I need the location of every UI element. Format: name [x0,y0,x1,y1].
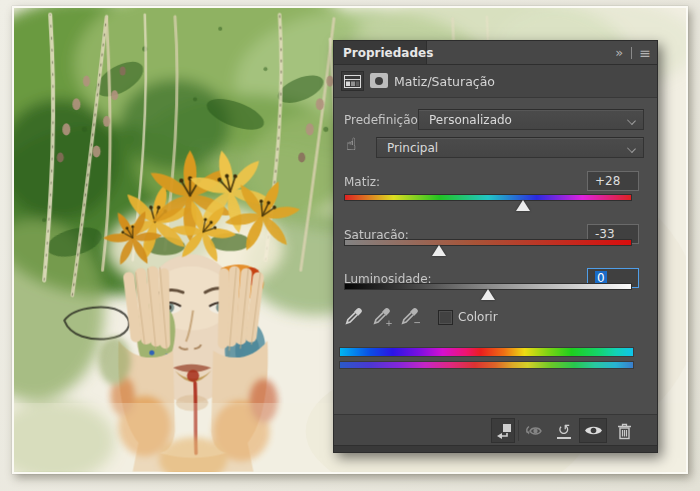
eyedropper-minus-icon[interactable]: − [400,307,422,327]
adjustment-badge-icon [341,71,364,91]
view-previous-state-button[interactable] [522,418,546,443]
saturation-slider-track[interactable] [344,239,632,246]
saturation-slider[interactable] [344,239,632,259]
trash-icon [616,422,633,440]
application-window: Propriedades » ≡ Matiz/Saturação [0,0,700,491]
hue-slider-track[interactable] [344,194,632,201]
chevron-down-icon [627,116,636,125]
tabbar-divider [631,47,632,59]
hue-label: Matiz: [344,175,380,189]
hue-slider-thumb[interactable] [516,200,530,211]
targeted-adjustment-tool-icon[interactable]: ☝ [346,134,356,154]
colorize-checkbox[interactable] [438,310,453,325]
svg-text:−: − [413,317,420,327]
panel-title: Propriedades [343,46,433,60]
clip-to-layer-icon [494,422,512,440]
collapse-panel-icon[interactable]: » [615,45,624,60]
colorize-label[interactable]: Colorir [458,310,498,324]
layer-mask-thumbnail[interactable] [370,73,388,88]
toggle-visibility-button[interactable] [579,418,607,443]
clip-to-layer-button[interactable] [491,418,515,443]
adjustment-title: Matiz/Saturação [394,65,495,97]
lightness-slider-thumb[interactable] [481,289,495,300]
reset-icon: ↺ [557,423,572,439]
hue-spectrum-adjusted [339,361,634,369]
hue-spectrum-original [339,347,634,357]
eyedropper-icon[interactable] [344,307,366,327]
delete-adjustment-button[interactable] [612,418,636,443]
lightness-slider[interactable] [344,283,632,303]
previous-state-eye-icon [524,423,544,439]
chevron-down-icon [627,144,636,153]
tab-propriedades[interactable]: Propriedades [334,41,427,64]
footer-divider [518,420,519,441]
eye-icon [584,424,603,437]
channel-dropdown[interactable]: Principal [376,137,644,158]
svg-text:+: + [385,318,392,327]
reset-adjustment-button[interactable]: ↺ [552,418,576,443]
panel-tab-bar: Propriedades » ≡ [334,41,657,65]
properties-panel: Propriedades » ≡ Matiz/Saturação [333,40,658,453]
saturation-slider-thumb[interactable] [432,245,446,256]
preset-label: Predefinição: [344,113,422,127]
channel-value: Principal [387,141,438,155]
eyedropper-plus-icon[interactable]: + [372,307,394,327]
panel-menu-icon[interactable]: ≡ [639,46,651,60]
preset-dropdown[interactable]: Personalizado [418,109,644,130]
panel-bottom-strip [334,445,657,452]
adjustment-header: Matiz/Saturação [334,65,657,98]
hue-slider[interactable] [344,194,632,214]
hue-value-field[interactable]: +28 [587,171,639,191]
panel-footer: ↺ [334,414,657,446]
preset-value: Personalizado [429,113,512,127]
